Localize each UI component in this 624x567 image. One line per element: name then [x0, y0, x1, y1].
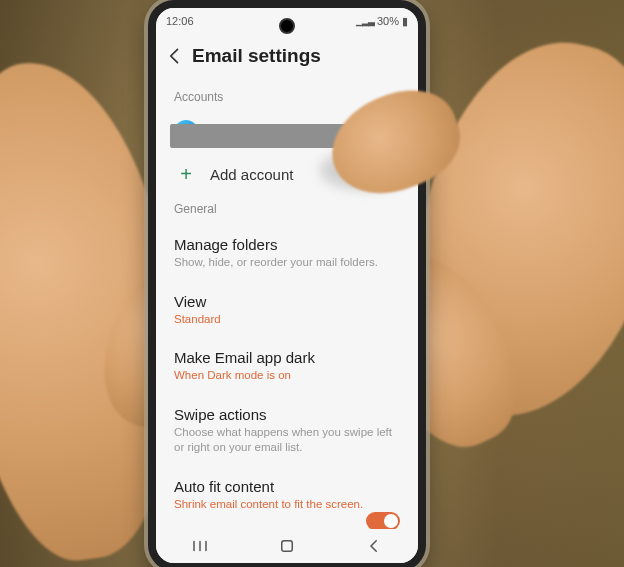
- recents-icon: [191, 537, 209, 555]
- phone-device: 12:06 ▁▂▃ 30% ▮ Email settings Accounts …: [148, 0, 426, 567]
- manage-folders-row[interactable]: Manage folders Show, hide, or reorder yo…: [174, 226, 400, 283]
- view-title: View: [174, 293, 400, 310]
- home-button[interactable]: [277, 536, 297, 556]
- section-accounts: Accounts: [174, 90, 400, 104]
- battery-icon: ▮: [402, 15, 408, 28]
- svg-rect-0: [282, 541, 293, 552]
- view-sub: Standard: [174, 312, 400, 328]
- nav-bar: [156, 529, 418, 563]
- header: Email settings: [156, 34, 418, 84]
- auto-fit-toggle[interactable]: [366, 512, 400, 529]
- chevron-left-icon: [165, 46, 185, 66]
- nav-back-button[interactable]: [364, 536, 384, 556]
- battery-text: 30%: [377, 15, 399, 27]
- page-title: Email settings: [192, 45, 321, 67]
- dark-mode-title: Make Email app dark: [174, 349, 400, 366]
- swipe-actions-sub: Choose what happens when you swipe left …: [174, 425, 400, 456]
- plus-icon: +: [174, 163, 198, 186]
- dark-mode-sub: When Dark mode is on: [174, 368, 400, 384]
- screen: 12:06 ▁▂▃ 30% ▮ Email settings Accounts …: [156, 8, 418, 563]
- add-account-label: Add account: [210, 166, 293, 183]
- section-general: General: [174, 202, 400, 216]
- scene: 12:06 ▁▂▃ 30% ▮ Email settings Accounts …: [0, 0, 624, 567]
- front-camera: [279, 18, 295, 34]
- manage-folders-sub: Show, hide, or reorder your mail folders…: [174, 255, 400, 271]
- view-row[interactable]: View Standard: [174, 283, 400, 340]
- auto-fit-title: Auto fit content: [174, 478, 400, 495]
- redaction-bar: [170, 124, 350, 148]
- status-right: ▁▂▃ 30% ▮: [356, 15, 408, 28]
- chevron-left-icon: [365, 537, 383, 555]
- swipe-actions-row[interactable]: Swipe actions Choose what happens when y…: [174, 396, 400, 468]
- auto-fit-sub: Shrink email content to fit the screen.: [174, 497, 400, 513]
- auto-fit-row[interactable]: Auto fit content Shrink email content to…: [174, 468, 400, 525]
- recents-button[interactable]: [190, 536, 210, 556]
- back-button[interactable]: [164, 45, 186, 67]
- dark-mode-row[interactable]: Make Email app dark When Dark mode is on: [174, 339, 400, 396]
- home-icon: [278, 537, 296, 555]
- manage-folders-title: Manage folders: [174, 236, 400, 253]
- signal-icon: ▁▂▃: [356, 16, 374, 26]
- swipe-actions-title: Swipe actions: [174, 406, 400, 423]
- status-time: 12:06: [166, 15, 194, 27]
